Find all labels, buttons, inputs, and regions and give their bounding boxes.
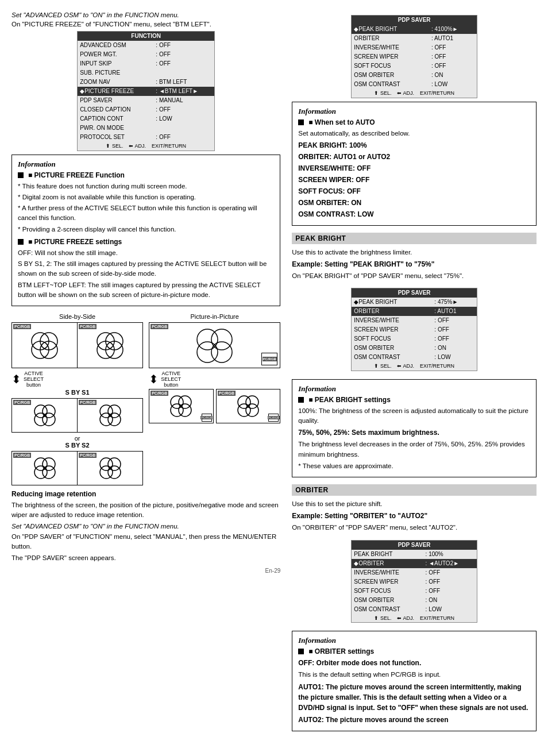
pdp-row: SCREEN WIPER [352,577,423,587]
pc-rgb-label-pip2: PC/RGB [263,357,277,361]
left-column: Set "ADVANCED OSM" to "ON" in the FUNCTI… [11,11,280,738]
svg-point-21 [108,458,121,470]
diagrams-row: Side-by-Side PC/RGB PC/RGB [11,313,280,485]
pip-result-svg1 [168,394,194,419]
pip-arrow-row: ⬍ ACTIVESELECTbutton [149,371,280,388]
svg-point-19 [43,466,55,479]
svg-point-18 [34,466,47,479]
pdp-row: OSM CONTRAST [352,80,429,89]
info-title-auto: Information [298,107,530,116]
menu-row-val: : OFF [153,133,214,142]
active-select-label-1: ACTIVESELECTbutton [24,371,44,388]
menu-row: ZOOM NAV [78,78,154,87]
pip-main-screen: PC/RGB PC/RGB [149,322,280,368]
pip-diagram: Picture-in-Picture PC/RGB PC/RGB [149,313,280,426]
bullet-icon [18,239,24,245]
pc-rgb-label-1: PC/RGB [13,324,31,329]
pdp-row-val: : 475%► [432,298,477,307]
bullet-item: Digital zoom is not available while this… [18,192,274,202]
menu-row-val: : OFF [153,50,214,59]
pdp-row: PEAK BRIGHT [352,550,423,559]
pdp-row-val: : OFF [423,577,477,587]
pc-rgb-label-6: PC/RGB [79,453,97,458]
menu-row: PDP SAVER [78,96,154,105]
pdp-menu-75: PDP SAVER ◆PEAK BRIGHT: 475%► ORBITER: A… [351,288,477,371]
sbs-right-panel: PC/RGB [78,323,142,368]
pip-circles-svg [193,327,236,364]
pdp-row-active-val: : ◄AUTO2► [423,559,477,568]
orbiter-settings-header: ■ ORBITER settings [298,647,530,655]
menu-row: POWER MGT. [78,50,154,59]
svg-point-33 [246,396,258,408]
auto-item-1: ORBITER: AUTO1 or AUTO2 [298,152,530,162]
auto-item-5: OSM ORBITER: ON [298,198,530,208]
bullet-item: A further press of the ACTIVE SELECT but… [18,203,274,223]
svg-point-31 [179,404,191,416]
bullet-icon [18,172,24,178]
reducing-section: Reducing image retention The brightness … [11,490,280,563]
pdp-row: INVERSE/WHITE [352,316,433,325]
pdp-menu-top: PDP SAVER ◆PEAK BRIGHT: 4100%► ORBITER: … [351,15,477,98]
svg-point-12 [100,405,113,418]
svg-point-9 [43,405,55,418]
pc-rgb-label-8: PC/RGB [218,391,236,396]
circles-svg-2 [94,330,126,361]
side-by-side-diagram: Side-by-Side PC/RGB PC/RGB [11,313,143,485]
bullet-icon [298,119,304,125]
menu-row-val: : OFF [153,59,214,68]
pdp-row: OSM ORBITER [352,71,429,80]
section-title-text: ■ PICTURE FREEZE settings [28,238,122,246]
pdp-row-val: : OFF [432,334,477,344]
info-title-orb: Information [298,636,530,645]
pip-result1: PC/RGB PC/RGB [149,389,214,423]
right-column: PDP SAVER ◆PEAK BRIGHT: 4100%► ORBITER: … [292,11,537,738]
svg-point-30 [171,404,183,416]
pdp-row-active: ORBITER [352,307,433,316]
freeze-btm-text: BTM LEFT~TOP LEFT: The still images capt… [18,280,274,300]
function-menu: FUNCTION ADVANCED OSM: OFF POWER MGT.: O… [11,31,280,151]
pdp-row-active-val: : 4100%► [429,25,477,34]
pdp-row: SOFT FOCUS [352,61,429,71]
pdp-row-active: ◆ORBITER [352,559,423,568]
peak-bright-settings-header: ■ PEAK BRIGHT settings [298,396,530,404]
menu-row: CAPTION CONT [78,114,154,124]
menu-row: CLOSED CAPTION [78,105,154,114]
pc-rgb-label-7: PC/RGB [150,391,168,396]
menu-row-val: : LOW [153,114,214,124]
svg-point-29 [179,396,191,408]
auto-item-6: OSM CONTRAST: LOW [298,209,530,219]
pdp-row-val: : LOW [423,605,477,614]
freeze-off-text: OFF: Will not show the still image. [18,248,274,258]
italic-note-2: On "PICTURE FREEZE" of "FUNCTION" menu, … [11,21,280,28]
circles-svg-6 [98,456,123,481]
pdp-row: SOFT FOCUS [352,587,423,596]
info-box-picture-freeze: Information ■ PICTURE FREEZE Function Th… [11,155,280,307]
orb-settings-title: ■ ORBITER settings [308,647,374,655]
pip-inner-box: PC/RGB [261,353,277,365]
sbs2-left: PC/RGB [12,452,78,485]
pdp-row-active-val: : AUTO1 [432,307,477,316]
section-title-freeze-settings: ■ PICTURE FREEZE settings [18,238,274,246]
pdp-menu-auto2: PDP SAVER PEAK BRIGHT: 100% ◆ORBITER: ◄A… [351,540,477,623]
sbs-arrow-row: ⬍ ACTIVESELECTbutton [11,371,143,388]
pip-arrow-icon: ⬍ [149,372,159,386]
pdp-row: SOFT FOCUS [352,334,433,344]
pdp-row-val: : OFF [423,568,477,577]
svg-point-16 [34,458,47,470]
svg-point-14 [100,413,113,426]
pb-settings-title: ■ PEAK BRIGHT settings [308,396,391,404]
page-number: En-29 [11,568,280,574]
peak-bright-header: PEAK BRIGHT [292,233,537,244]
reducing-text3: The "PDP SAVER" screen appears. [11,553,280,563]
pdp-row-val: : ON [423,596,477,605]
circles-svg-3 [32,403,57,428]
menu-row: ADVANCED OSM [78,41,154,50]
menu-row: PWR. ON MODE [78,124,154,133]
auto-item-2: INVERSE/WHITE: OFF [298,163,530,173]
pb-note: * These values are approximate. [298,461,530,471]
menu-row: INPUT SKIP [78,59,154,68]
section-title-freeze-func: ■ PICTURE FREEZE Function [18,171,274,179]
auto-item-3: SCREEN WIPER: OFF [298,175,530,185]
pdp-row-val: : OFF [429,43,477,52]
sbs1-right: PC/RGB [78,399,142,432]
